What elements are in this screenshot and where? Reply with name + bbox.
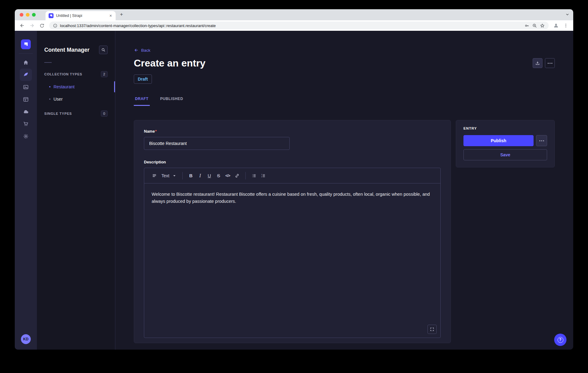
underline-button[interactable]: U bbox=[205, 171, 214, 180]
close-window-button[interactable] bbox=[20, 13, 23, 17]
search-button[interactable] bbox=[99, 46, 108, 54]
help-button[interactable]: ? bbox=[554, 334, 566, 346]
numbered-list-button[interactable]: 12 bbox=[259, 171, 268, 180]
back-link[interactable]: Back bbox=[134, 47, 150, 53]
bulleted-list-button[interactable] bbox=[249, 171, 259, 180]
name-field-label: Name* bbox=[144, 129, 157, 134]
user-avatar[interactable]: KD bbox=[21, 334, 31, 344]
zoom-window-button[interactable] bbox=[32, 13, 36, 17]
sidebar-item-user[interactable]: User bbox=[44, 93, 108, 105]
url-bar[interactable]: localhost:1337/admin/content-manager/col… bbox=[49, 22, 549, 30]
tab-strip: Untitled | Strapi × + bbox=[15, 9, 573, 20]
reload-icon[interactable] bbox=[38, 21, 46, 30]
tab-published[interactable]: PUBLISHED bbox=[159, 97, 185, 106]
chevron-down-icon bbox=[173, 174, 176, 178]
collection-types-count-badge: 2 bbox=[101, 71, 108, 77]
import-export-button[interactable] bbox=[533, 58, 542, 68]
single-types-count-badge: 0 bbox=[101, 110, 108, 117]
toolbar-divider bbox=[182, 172, 183, 179]
collection-types-label: COLLECTION TYPES bbox=[44, 72, 82, 76]
subnav-title: Content Manager bbox=[44, 47, 89, 53]
single-types-section: SINGLE TYPES 0 bbox=[44, 111, 108, 116]
single-types-label: SINGLE TYPES bbox=[44, 112, 72, 115]
nav-content-type-builder-icon[interactable] bbox=[20, 93, 32, 106]
forward-nav-icon[interactable] bbox=[28, 21, 36, 30]
svg-text:1: 1 bbox=[261, 174, 262, 175]
description-field[interactable]: Welcome to Biscotte restaurant! Restaura… bbox=[144, 183, 440, 338]
sidebar-item-label: Restaurant bbox=[54, 84, 74, 89]
nav-media-library-icon[interactable] bbox=[20, 81, 32, 93]
subnav-divider bbox=[44, 62, 52, 63]
more-icon bbox=[539, 140, 544, 141]
new-tab-button[interactable]: + bbox=[120, 12, 123, 17]
browser-profile-icon[interactable] bbox=[552, 21, 560, 30]
back-label: Back bbox=[141, 48, 150, 53]
svg-text:2: 2 bbox=[261, 176, 262, 178]
traffic-lights bbox=[20, 13, 36, 17]
expand-editor-button[interactable] bbox=[427, 325, 437, 334]
download-icon bbox=[535, 61, 540, 66]
block-type-select[interactable]: Text bbox=[159, 171, 179, 180]
block-type-value: Text bbox=[161, 173, 169, 178]
strapi-favicon-icon bbox=[49, 13, 54, 18]
name-field[interactable] bbox=[144, 137, 290, 150]
paragraph-style-icon[interactable] bbox=[150, 171, 159, 180]
entry-form-card: Name* Description Text bbox=[134, 120, 451, 343]
collection-types-section: COLLECTION TYPES 2 bbox=[44, 71, 108, 77]
url-text[interactable]: localhost:1337/admin/content-manager/col… bbox=[60, 23, 522, 28]
tab-search-chevron-icon[interactable] bbox=[565, 12, 570, 17]
expand-icon bbox=[430, 327, 434, 331]
site-info-icon[interactable] bbox=[53, 23, 58, 28]
nav-divider bbox=[19, 53, 33, 54]
question-mark-icon: ? bbox=[558, 337, 563, 343]
status-badge: Draft bbox=[134, 74, 152, 84]
zoom-page-icon[interactable] bbox=[532, 23, 537, 28]
required-asterisk: * bbox=[155, 129, 157, 134]
nav-deploy-cloud-icon[interactable] bbox=[20, 106, 32, 118]
sidebar-item-label: User bbox=[54, 97, 63, 102]
link-button[interactable] bbox=[232, 171, 242, 180]
bold-button[interactable]: B bbox=[186, 171, 196, 180]
nav-home-icon[interactable] bbox=[20, 56, 32, 69]
active-item-indicator bbox=[114, 81, 115, 92]
sidebar-item-restaurant[interactable]: Restaurant bbox=[44, 81, 108, 93]
strikethrough-button[interactable]: S bbox=[214, 171, 223, 180]
content-manager-subnav: Content Manager COLLECTION TYPES 2 Resta… bbox=[37, 31, 115, 350]
code-button[interactable]: </> bbox=[223, 171, 232, 180]
italic-button[interactable]: I bbox=[196, 171, 205, 180]
browser-menu-icon[interactable] bbox=[562, 21, 570, 30]
entry-panel-title: ENTRY bbox=[463, 126, 547, 130]
nav-content-manager-icon[interactable] bbox=[20, 69, 32, 81]
back-arrow-icon bbox=[134, 48, 139, 53]
strapi-admin-app: KD Content Manager COLLECTION TYPES 2 Re… bbox=[15, 31, 573, 350]
nav-marketplace-icon[interactable] bbox=[20, 118, 32, 130]
description-rich-text-editor: Text B I U S </> bbox=[144, 168, 441, 338]
browser-window: Untitled | Strapi × + localhost:1337/adm… bbox=[15, 9, 573, 350]
entry-more-button[interactable] bbox=[536, 135, 547, 146]
main-content: Back Create an entry Draft DRAFT PUBLISH… bbox=[115, 31, 573, 350]
toolbar-divider bbox=[245, 172, 246, 179]
description-field-label: Description bbox=[144, 160, 166, 164]
bullet-icon bbox=[49, 86, 50, 87]
more-icon bbox=[548, 63, 552, 64]
main-nav: KD bbox=[15, 31, 37, 350]
browser-tab[interactable]: Untitled | Strapi × bbox=[46, 11, 116, 20]
header-more-button[interactable] bbox=[545, 58, 555, 68]
minimize-window-button[interactable] bbox=[26, 13, 30, 17]
bullet-icon bbox=[49, 98, 50, 100]
publish-button[interactable]: Publish bbox=[463, 135, 534, 146]
version-tabs: DRAFT PUBLISHED bbox=[134, 97, 555, 106]
tab-draft[interactable]: DRAFT bbox=[134, 97, 150, 106]
nav-settings-icon[interactable] bbox=[20, 130, 32, 142]
back-nav-icon[interactable] bbox=[18, 21, 26, 30]
save-button[interactable]: Save bbox=[463, 149, 547, 160]
close-tab-icon[interactable]: × bbox=[109, 14, 113, 18]
tab-title: Untitled | Strapi bbox=[56, 14, 106, 18]
page-title: Create an entry bbox=[134, 58, 205, 69]
password-manager-icon[interactable] bbox=[524, 23, 530, 28]
bookmark-star-icon[interactable] bbox=[540, 23, 545, 28]
entry-panel: ENTRY Publish Save bbox=[456, 120, 555, 167]
strapi-logo-icon[interactable] bbox=[21, 39, 31, 49]
editor-toolbar: Text B I U S </> bbox=[144, 168, 440, 183]
browser-toolbar: localhost:1337/admin/content-manager/col… bbox=[15, 20, 573, 31]
